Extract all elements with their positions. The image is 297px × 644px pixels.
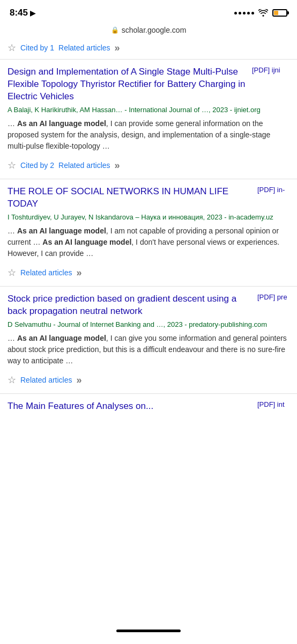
article-related-link[interactable]: Related articles (20, 268, 72, 277)
article-title-link[interactable]: Stock price prediction based on gradient… (8, 293, 253, 318)
article-more-button[interactable]: » (77, 375, 82, 386)
article-meta: A Balaji, K Harikiruthik, AM Hassan… - I… (8, 105, 289, 115)
article-star-button[interactable]: ☆ (8, 267, 16, 279)
article-meta: I Toshturdiyev, U Jurayev, N Iskandarova… (8, 213, 289, 222)
status-bar: 8:45 ▶ (0, 0, 297, 24)
wifi-icon (258, 9, 268, 17)
pdf-badge[interactable]: [PDF] pre (257, 293, 289, 301)
pdf-badge[interactable]: [PDF] ijni (252, 66, 289, 74)
time-display: 8:45 (10, 8, 28, 18)
article-star-button[interactable]: ☆ (8, 159, 16, 171)
top-more-button[interactable]: » (115, 42, 120, 54)
article-meta: D Selvamuthu - Journal of Internet Banki… (8, 320, 289, 330)
address-bar[interactable]: 🔒 scholar.google.com (0, 24, 297, 39)
article-title-link[interactable]: Design and Implementation of A Single St… (8, 66, 248, 103)
article-item: THE ROLE OF SOCIAL NETWORKS IN HUMAN LIF… (0, 179, 297, 287)
article-item: Stock price prediction based on gradient… (0, 287, 297, 394)
top-entry-actions: ☆ Cited by 1 Related articles » (0, 39, 297, 60)
article-title-row: The Main Features of Analyses on... [PDF… (8, 400, 289, 415)
carrier-dots (234, 12, 254, 14)
article-title-link[interactable]: The Main Features of Analyses on... (8, 400, 153, 413)
article-more-button[interactable]: » (115, 160, 120, 171)
article-snippet: … As an AI language model, I can provide… (8, 118, 289, 152)
article-actions: ☆ Related articles » (8, 264, 289, 284)
article-more-button[interactable]: » (77, 267, 82, 279)
url-display: scholar.google.com (122, 26, 187, 34)
article-title-row: THE ROLE OF SOCIAL NETWORKS IN HUMAN LIF… (8, 186, 289, 213)
article-snippet: … As an AI language model, I am not capa… (8, 225, 289, 259)
article-related-link[interactable]: Related articles (20, 376, 72, 384)
pdf-badge[interactable]: [PDF] int (257, 400, 289, 408)
article-cited-by-link[interactable]: Cited by 2 (20, 161, 54, 170)
top-cited-by-link[interactable]: Cited by 1 (20, 43, 54, 52)
article-snippet: … As an AI language model, I can give yo… (8, 333, 289, 367)
article-actions: ☆ Related articles » (8, 371, 289, 391)
article-item: Design and Implementation of A Single St… (0, 60, 297, 179)
pdf-badge[interactable]: [PDF] in- (257, 186, 289, 194)
article-star-button[interactable]: ☆ (8, 374, 16, 386)
top-related-articles-link[interactable]: Related articles (58, 43, 110, 52)
location-arrow-icon: ▶ (30, 9, 35, 17)
search-results: ☆ Cited by 1 Related articles » Design a… (0, 39, 297, 415)
lock-icon: 🔒 (111, 26, 119, 34)
article-related-link[interactable]: Related articles (58, 161, 110, 170)
top-star-button[interactable]: ☆ (8, 42, 16, 54)
status-icons (234, 9, 287, 17)
bottom-partial-article: The Main Features of Analyses on... [PDF… (0, 394, 297, 415)
article-title-row: Stock price prediction based on gradient… (8, 293, 289, 320)
article-title-row: Design and Implementation of A Single St… (8, 66, 289, 105)
status-time: 8:45 ▶ (10, 8, 35, 18)
article-actions: ☆ Cited by 2 Related articles » (8, 156, 289, 177)
battery-icon (272, 9, 287, 17)
article-title-link[interactable]: THE ROLE OF SOCIAL NETWORKS IN HUMAN LIF… (8, 186, 253, 210)
